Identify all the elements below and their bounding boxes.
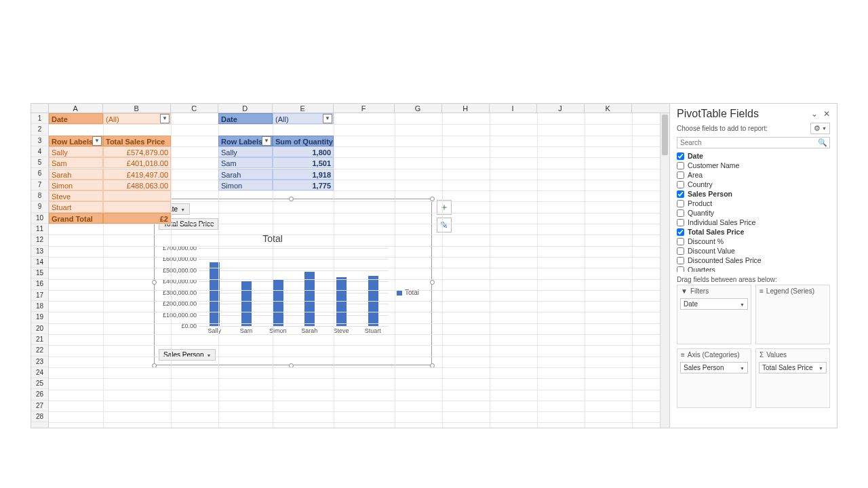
field-search-input[interactable] xyxy=(677,137,830,148)
pane-settings-button[interactable]: ⚙▼ xyxy=(810,123,830,134)
field-item[interactable]: Discount % xyxy=(677,237,837,246)
column-header[interactable]: J xyxy=(537,104,585,113)
row-header[interactable]: 24 xyxy=(31,367,48,378)
resize-handle[interactable] xyxy=(289,197,294,201)
row-header[interactable]: 19 xyxy=(31,312,48,323)
row-header[interactable]: 16 xyxy=(31,279,48,289)
pivot1-rowlabels-dropdown[interactable] xyxy=(92,136,102,146)
pivot1-filter-dropdown[interactable] xyxy=(160,114,170,123)
field-checkbox[interactable] xyxy=(677,257,684,264)
resize-handle[interactable] xyxy=(152,280,157,285)
field-checkbox[interactable] xyxy=(677,171,684,179)
field-checkbox[interactable] xyxy=(677,266,684,272)
pivot1-row-name[interactable]: Sally xyxy=(49,146,103,157)
pivot1-row-name[interactable]: Sam xyxy=(49,157,103,168)
worksheet[interactable]: ABCDEFGHIJKL 123456789101112131415161718… xyxy=(31,104,669,428)
field-item[interactable]: Individual Sales Price xyxy=(677,218,837,227)
row-header[interactable]: 18 xyxy=(31,301,48,312)
resize-handle[interactable] xyxy=(430,197,435,201)
column-header[interactable]: K xyxy=(585,104,632,113)
column-header[interactable]: B xyxy=(103,104,171,113)
cells-area[interactable]: Date Total Sales Price Total £0.00£100,0… xyxy=(49,113,669,428)
row-header[interactable]: 9 xyxy=(31,201,48,212)
field-item[interactable]: Country xyxy=(677,180,837,189)
row-header[interactable]: 14 xyxy=(31,257,48,268)
field-item[interactable]: Discounted Sales Price xyxy=(677,256,837,265)
row-header[interactable]: 1 xyxy=(31,113,48,124)
row-header[interactable]: 12 xyxy=(31,235,48,245)
area-chip[interactable]: Total Sales Price xyxy=(759,362,827,373)
vertical-scrollbar[interactable] xyxy=(660,113,669,428)
field-item[interactable]: Area xyxy=(677,170,837,180)
field-item[interactable]: Product xyxy=(677,199,837,208)
column-header[interactable]: D xyxy=(218,104,273,113)
pivot2-row-name[interactable]: Sarah xyxy=(218,169,273,180)
chart-bar[interactable] xyxy=(273,279,283,326)
row-header[interactable]: 26 xyxy=(31,389,48,400)
field-list[interactable]: DateCustomer NameAreaCountrySales Person… xyxy=(677,151,837,272)
pivot2-filter-dropdown[interactable] xyxy=(323,114,332,123)
area-legend[interactable]: ≡Legend (Series) xyxy=(755,285,830,344)
column-header[interactable]: A xyxy=(49,104,103,113)
row-header[interactable]: 27 xyxy=(31,401,48,411)
field-checkbox[interactable] xyxy=(677,181,684,188)
field-checkbox[interactable] xyxy=(677,162,684,169)
column-header[interactable]: H xyxy=(442,104,490,113)
row-header[interactable]: 28 xyxy=(31,411,48,422)
pivot1-row-name[interactable]: Steve xyxy=(49,190,103,201)
area-filters[interactable]: ▼FiltersDate xyxy=(677,285,751,344)
chart-bar[interactable] xyxy=(241,281,252,326)
field-checkbox[interactable] xyxy=(677,247,684,255)
field-item[interactable]: Sales Person xyxy=(677,189,837,199)
field-checkbox[interactable] xyxy=(677,152,684,160)
row-header[interactable]: 8 xyxy=(31,190,48,201)
area-axis[interactable]: ≡Axis (Categories)Sales Person xyxy=(677,348,751,408)
row-header[interactable]: 5 xyxy=(31,157,48,168)
field-item[interactable]: Total Sales Price xyxy=(677,227,837,237)
field-item[interactable]: Discount Value xyxy=(677,246,837,256)
field-item[interactable]: Quantity xyxy=(677,208,837,218)
column-header[interactable]: F xyxy=(334,104,395,113)
field-item[interactable]: Quarters xyxy=(677,265,837,272)
row-header[interactable]: 17 xyxy=(31,290,48,301)
pivot1-row-name[interactable]: Stuart xyxy=(49,201,103,212)
field-item[interactable]: Customer Name xyxy=(677,161,837,170)
column-header[interactable]: C xyxy=(171,104,218,113)
row-header[interactable]: 15 xyxy=(31,268,48,279)
chart-axis-button[interactable]: Sales Person xyxy=(159,349,216,361)
column-header[interactable]: I xyxy=(490,104,537,113)
pivot2-rowlabels-dropdown[interactable] xyxy=(262,136,271,146)
area-values[interactable]: ΣValuesTotal Sales Price xyxy=(755,348,830,408)
row-header[interactable]: 20 xyxy=(31,323,48,334)
row-header[interactable]: 4 xyxy=(31,146,48,157)
chart-bar[interactable] xyxy=(304,272,315,327)
row-header[interactable]: 21 xyxy=(31,334,48,345)
field-checkbox[interactable] xyxy=(677,209,684,217)
row-header[interactable]: 25 xyxy=(31,378,48,389)
pane-close-icon[interactable]: ✕ xyxy=(823,109,830,119)
column-header[interactable]: G xyxy=(395,104,442,113)
row-header[interactable]: 11 xyxy=(31,224,48,235)
row-header[interactable]: 10 xyxy=(31,213,48,224)
area-chip[interactable]: Date xyxy=(680,298,748,310)
pivot2-row-name[interactable]: Sam xyxy=(218,157,273,168)
field-checkbox[interactable] xyxy=(677,228,684,236)
resize-handle[interactable] xyxy=(430,280,435,285)
row-header[interactable]: 13 xyxy=(31,246,48,257)
row-header[interactable]: 22 xyxy=(31,345,48,356)
field-item[interactable]: Date xyxy=(677,151,837,161)
field-checkbox[interactable] xyxy=(677,219,684,226)
chart-styles-button[interactable]: ✎ xyxy=(437,218,452,232)
row-header[interactable]: 6 xyxy=(31,168,48,179)
column-header[interactable]: E xyxy=(273,104,334,113)
field-checkbox[interactable] xyxy=(677,238,684,245)
scrollbar-thumb[interactable] xyxy=(662,115,668,155)
field-checkbox[interactable] xyxy=(677,190,684,198)
row-header[interactable]: 23 xyxy=(31,357,48,367)
row-header[interactable]: 7 xyxy=(31,180,48,190)
pivot2-row-name[interactable]: Simon xyxy=(218,180,273,190)
row-header[interactable]: 2 xyxy=(31,124,48,135)
pivot1-row-name[interactable]: Sarah xyxy=(49,169,103,180)
field-checkbox[interactable] xyxy=(677,200,684,207)
area-chip[interactable]: Sales Person xyxy=(680,362,748,373)
